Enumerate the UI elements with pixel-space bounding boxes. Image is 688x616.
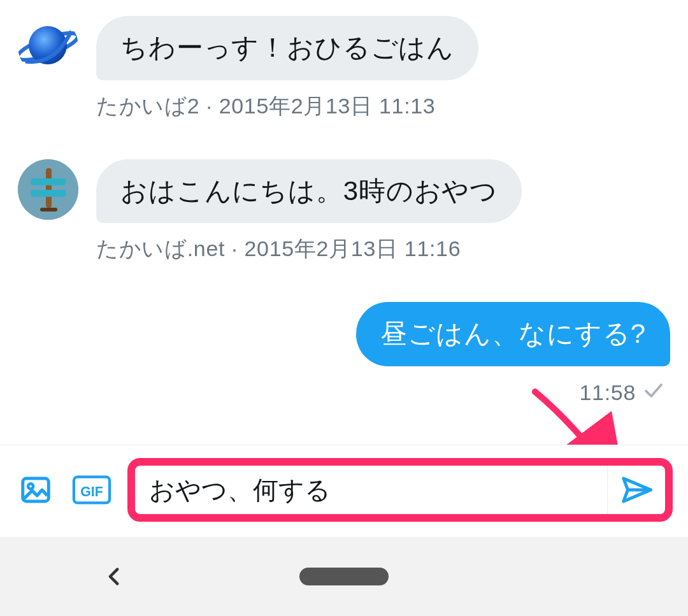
nav-back-button[interactable] — [0, 537, 229, 616]
back-icon — [104, 566, 125, 587]
message-bubble[interactable]: おはこんにちは。3時のおやつ — [96, 159, 522, 224]
gif-icon: GIF — [72, 473, 111, 507]
message-stack: ちわーっす！おひるごはん たかいば2 · 2015年2月13日 11:13 — [96, 16, 670, 121]
nav-home-pill[interactable] — [299, 568, 389, 585]
svg-point-8 — [28, 483, 33, 489]
avatar[interactable] — [18, 159, 78, 220]
svg-rect-3 — [46, 168, 52, 208]
message-meta: 11:58 — [580, 379, 670, 407]
dm-screen: ちわーっす！おひるごはん たかいば2 · 2015年2月13日 11:13 おは… — [0, 0, 688, 616]
message-row: ちわーっす！おひるごはん たかいば2 · 2015年2月13日 11:13 — [18, 16, 670, 121]
message-bubble[interactable]: ちわーっす！おひるごはん — [96, 16, 478, 80]
composer: GIF — [0, 445, 688, 537]
message-input[interactable] — [148, 475, 607, 505]
svg-rect-6 — [40, 208, 57, 211]
send-button[interactable] — [607, 466, 665, 514]
svg-rect-4 — [31, 178, 66, 185]
message-time: 11:58 — [580, 380, 636, 405]
svg-rect-5 — [31, 190, 66, 197]
avatar[interactable] — [18, 16, 78, 76]
image-icon — [18, 473, 53, 507]
message-meta: たかいば.net · 2015年2月13日 11:16 — [96, 234, 670, 264]
attach-gif-button[interactable]: GIF — [71, 469, 112, 510]
attach-image-button[interactable] — [15, 469, 56, 510]
svg-text:GIF: GIF — [80, 484, 103, 499]
message-bubble[interactable]: 昼ごはん、なにする? — [356, 302, 670, 366]
check-icon — [642, 379, 665, 407]
saturn-icon — [18, 16, 78, 76]
message-stack: おはこんにちは。3時のおやつ たかいば.net · 2015年2月13日 11:… — [96, 159, 670, 264]
conversation-pane[interactable]: ちわーっす！おひるごはん たかいば2 · 2015年2月13日 11:13 おは… — [0, 0, 688, 445]
send-icon — [619, 473, 654, 507]
message-meta: たかいば2 · 2015年2月13日 11:13 — [96, 92, 670, 121]
message-row: おはこんにちは。3時のおやつ たかいば.net · 2015年2月13日 11:… — [18, 159, 670, 264]
highlighted-compose-area — [127, 458, 673, 522]
message-row: 昼ごはん、なにする? 11:58 — [18, 302, 670, 407]
android-nav-bar — [0, 537, 688, 616]
signpost-icon — [18, 159, 78, 220]
